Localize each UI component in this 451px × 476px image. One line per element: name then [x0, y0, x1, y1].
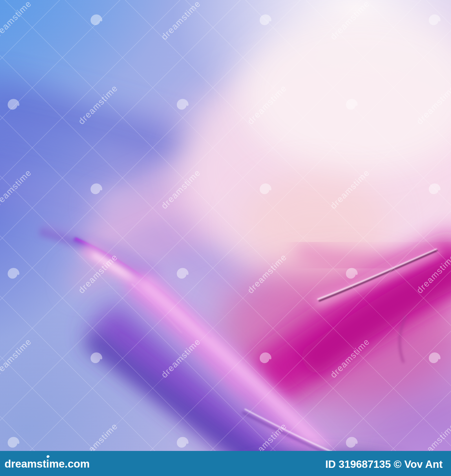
- dreamstime-logo-text: dreamstime.com: [5, 458, 90, 470]
- image-credit: ID 319687135 © Vov Ant: [325, 459, 443, 470]
- dreamstime-logo: dreamstime.com: [5, 458, 90, 470]
- dreamstime-logo-spiral-icon: [46, 454, 50, 459]
- silk-waves-art: [0, 0, 451, 476]
- stock-photo-preview: dreamstimedreamstimedreamstimedreamstime…: [0, 0, 451, 476]
